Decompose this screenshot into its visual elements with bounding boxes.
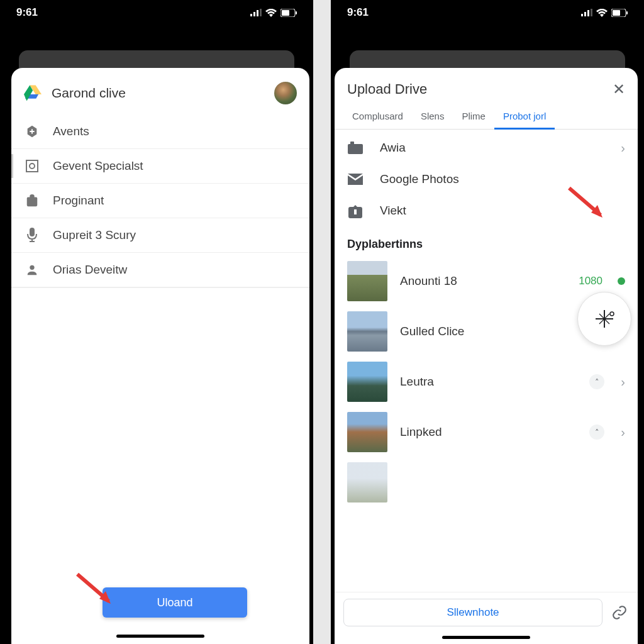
svg-rect-1	[253, 12, 255, 16]
svg-rect-10	[30, 228, 35, 236]
svg-rect-14	[587, 10, 589, 16]
upload-title: Upload Drive	[347, 81, 613, 97]
menu-label: Proginant	[53, 194, 104, 208]
svg-rect-6	[296, 11, 297, 14]
file-label: Gulled Clice	[400, 325, 577, 338]
source-viekt[interactable]: Viekt	[335, 195, 638, 226]
upload-header: Upload Drive ✕	[335, 68, 638, 104]
source-google-photos[interactable]: Google Photos	[335, 164, 638, 195]
menu-item-gevent[interactable]: Gevent Specialst	[11, 149, 309, 184]
upload-button[interactable]: Uloand	[103, 587, 247, 618]
upload-sheet: Upload Drive ✕ Complusard Slens Plime Pr…	[335, 68, 638, 644]
svg-rect-2	[257, 10, 258, 16]
account-name: Garond clive	[52, 86, 264, 101]
crosshair-plus-icon	[593, 308, 616, 330]
tab-complusard[interactable]: Complusard	[343, 104, 412, 129]
phone-right: 9:61 Upload Drive ✕ Complusard Slens Pli…	[331, 0, 644, 644]
svg-rect-19	[348, 144, 363, 154]
backpack-icon	[24, 192, 40, 209]
link-icon[interactable]	[610, 603, 629, 622]
file-label: Anounti 18	[400, 274, 566, 288]
square-target-icon	[24, 158, 40, 174]
wifi-icon	[596, 9, 608, 17]
file-item-linpked[interactable]: Linpked ˄ ›	[335, 407, 638, 457]
source-awia[interactable]: Awia ›	[335, 132, 638, 164]
menu-label: Orias Deveitw	[53, 263, 127, 277]
svg-rect-17	[613, 10, 620, 16]
chevron-right-icon: ›	[621, 425, 625, 440]
signal-icon	[581, 9, 592, 16]
svg-point-11	[30, 265, 34, 270]
svg-point-23	[610, 312, 614, 316]
file-item-leutra[interactable]: Leutra ˄ ›	[335, 357, 638, 407]
file-item-partial[interactable]	[335, 457, 638, 508]
file-label: Linpked	[400, 425, 577, 439]
fab-add-button[interactable]	[577, 292, 631, 346]
file-thumbnail	[347, 311, 387, 352]
menu-item-proginant[interactable]: Proginant	[11, 184, 309, 218]
person-icon	[24, 262, 40, 278]
close-icon[interactable]: ✕	[613, 80, 625, 98]
svg-rect-18	[626, 11, 628, 14]
menu-label: Avents	[53, 125, 89, 138]
wifi-icon	[265, 9, 277, 17]
source-label: Awia	[380, 141, 604, 155]
source-list: Awia › Google Photos Viekt	[335, 130, 638, 229]
status-time: 9:61	[347, 6, 369, 19]
tab-probot[interactable]: Probot jorl	[494, 104, 555, 130]
select-button-label: Sllewnhote	[447, 606, 499, 619]
select-button[interactable]: Sllewnhote	[343, 599, 602, 626]
menu-item-gupreit[interactable]: Gupreit 3 Scury	[11, 218, 309, 253]
svg-rect-15	[591, 9, 592, 16]
drive-sheet: Garond clive Avents Gevent Specialst Pro…	[11, 68, 309, 644]
tab-slens[interactable]: Slens	[412, 104, 453, 129]
file-label: Leutra	[400, 375, 577, 389]
menu-item-orias[interactable]: Orias Deveitw	[11, 253, 309, 287]
file-thumbnail	[347, 412, 387, 452]
source-label: Viekt	[380, 204, 625, 218]
status-dot-icon	[618, 277, 625, 285]
chevron-up-icon[interactable]: ˄	[589, 374, 604, 389]
file-thumbnail	[347, 462, 387, 502]
chevron-up-icon[interactable]: ˄	[589, 425, 604, 440]
menu-item-avents[interactable]: Avents	[11, 114, 309, 148]
svg-rect-0	[250, 14, 252, 16]
envelope-icon	[347, 171, 364, 187]
bottom-bar: Sllewnhote	[335, 592, 638, 644]
svg-rect-22	[354, 209, 357, 214]
status-time: 9:61	[16, 6, 38, 19]
svg-rect-13	[584, 12, 586, 16]
file-thumbnail	[347, 362, 387, 402]
status-icons	[250, 9, 297, 17]
file-status-count: 1080	[579, 275, 602, 287]
avatar[interactable]	[274, 82, 297, 104]
upload-button-label: Uloand	[157, 596, 192, 609]
source-label: Google Photos	[380, 172, 625, 186]
svg-point-9	[30, 164, 35, 169]
card-icon	[347, 140, 364, 156]
svg-rect-3	[260, 9, 262, 16]
status-icons	[581, 9, 628, 17]
battery-icon	[280, 9, 297, 17]
svg-rect-5	[282, 10, 289, 16]
status-bar: 9:61	[331, 0, 644, 25]
status-bar: 9:61	[0, 0, 313, 25]
chevron-right-icon: ›	[621, 375, 625, 389]
microphone-icon	[24, 227, 40, 243]
battery-icon	[611, 9, 628, 17]
menu-label: Gupreit 3 Scury	[53, 228, 136, 242]
plus-badge-icon	[24, 123, 40, 140]
chevron-right-icon: ›	[621, 141, 625, 155]
signal-icon	[250, 9, 262, 16]
phone-left: 9:61 Garond clive Avents Gevent Spe	[0, 0, 313, 644]
sheet-header: Garond clive	[11, 68, 309, 114]
svg-rect-20	[350, 142, 354, 145]
menu-label: Gevent Specialst	[53, 159, 143, 173]
section-heading: Dyplabertinns	[335, 229, 638, 256]
svg-rect-8	[26, 160, 38, 172]
tab-plime[interactable]: Plime	[453, 104, 494, 129]
home-indicator	[442, 636, 530, 639]
home-indicator	[116, 635, 204, 638]
file-thumbnail	[347, 261, 387, 301]
upload-box-icon	[347, 203, 364, 219]
